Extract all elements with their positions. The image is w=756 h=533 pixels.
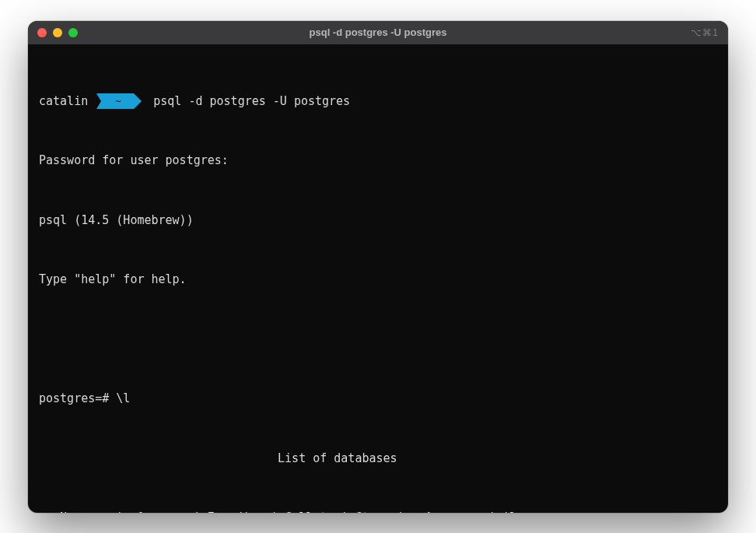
shell-prompt-line: catalin ~ psql -d postgres -U postgres (39, 92, 717, 112)
table-header: Name | Owner | Encoding | Collate | Ctyp… (39, 508, 717, 513)
output-help: Type "help" for help. (39, 270, 717, 290)
terminal-body[interactable]: catalin ~ psql -d postgres -U postgres P… (28, 44, 728, 513)
output-password: Password for user postgres: (39, 151, 717, 171)
psql-list-cmd: postgres=# \l (39, 389, 717, 409)
table-title: List of databases (39, 449, 717, 469)
prompt-dir: ~ (115, 95, 121, 107)
prompt-command: psql -d postgres -U postgres (153, 92, 350, 112)
terminal-window: psql -d postgres -U postgres ⌥⌘1 catalin… (28, 21, 728, 513)
prompt-path-arrow-icon: ~ (96, 93, 143, 109)
window-title: psql -d postgres -U postgres (28, 26, 728, 38)
titlebar: psql -d postgres -U postgres ⌥⌘1 (28, 21, 728, 44)
output-version: psql (14.5 (Homebrew)) (39, 211, 717, 231)
blank-line-1 (39, 330, 717, 350)
prompt-user: catalin (39, 92, 88, 112)
